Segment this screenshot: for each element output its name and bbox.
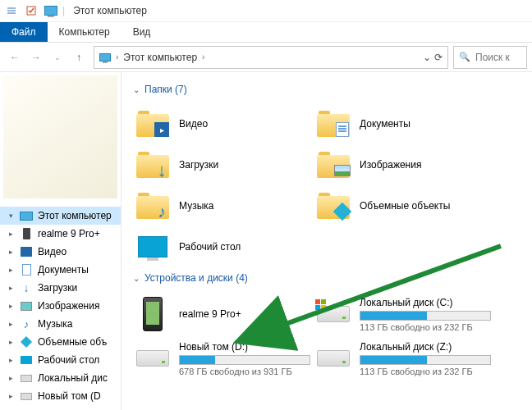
device-icon [315,296,351,332]
storage-bar [360,311,491,321]
nav-forward-button[interactable]: → [26,48,46,67]
sidebar-item-img[interactable]: ▸Изображения [0,297,121,315]
tree-toggle-icon[interactable]: ▸ [7,302,15,310]
nav-group: ← → ⌄ ↑ [5,48,89,67]
folder-icon [315,188,351,224]
folder-item[interactable]: ▸Видео [133,103,314,144]
device-label: Локальный диск (C:) [360,297,491,308]
chevron-down-icon: ⌄ [133,274,140,283]
window-title: Этот компьютер [73,5,147,16]
folder-item[interactable]: Объемные объекты [314,185,494,226]
section-devices-header[interactable]: ⌄ Устройства и диски (4) [133,272,529,284]
sidebar-item-desk[interactable]: ▸Рабочий стол [0,351,121,369]
tab-computer[interactable]: Компьютер [48,22,122,42]
device-meta: 113 ГБ свободно из 232 ГБ [360,367,491,376]
tree-toggle-icon[interactable]: ▸ [7,320,15,328]
tree-toggle-icon[interactable]: ▾ [7,212,15,220]
section-folders-header[interactable]: ⌄ Папки (7) [133,84,529,95]
sidebar-item-label: Изображения [38,300,99,312]
tree-toggle-icon[interactable]: ▸ [7,374,15,382]
sidebar-item-label: Музыка [38,318,72,330]
sidebar-item-drive[interactable]: ▸Локальный дис [0,369,121,387]
sidebar-item-drive[interactable]: ▸Новый том (D [0,387,121,405]
folder-label: Объемные объекты [360,200,450,212]
device-item[interactable]: Локальный диск (Z:)113 ГБ свободно из 23… [314,336,494,380]
tree-toggle-icon[interactable]: ▸ [7,230,15,238]
nav-history-icon[interactable]: ⌄ [48,48,67,67]
drive-icon [20,390,33,403]
sidebar-item-pc[interactable]: ▾Этот компьютер [0,207,121,225]
folder-label: Рабочий стол [179,241,241,253]
cube-icon [20,335,33,348]
properties-icon[interactable] [23,2,39,19]
nav-back-button[interactable]: ← [5,48,25,67]
computer-icon [43,2,59,19]
tree-toggle-icon[interactable]: ▸ [7,356,15,364]
device-label: Локальный диск (Z:) [360,341,491,353]
music-icon: ♪ [20,317,33,330]
search-icon: 🔍 [459,52,470,62]
device-item[interactable]: Новый том (D:)678 ГБ свободно из 931 ГБ [133,336,314,380]
addr-refresh-icon[interactable]: ⟳ [434,52,443,63]
folder-label: Загрузки [179,159,218,171]
quick-access-dropdown-icon[interactable] [3,2,20,19]
sidebar-item-music[interactable]: ▸♪Музыка [0,315,121,333]
chevron-icon[interactable]: › [202,52,204,61]
sidebar-item-phone[interactable]: ▸realme 9 Pro+ [0,225,121,243]
tab-view[interactable]: Вид [122,22,163,42]
desk-icon [20,353,33,367]
folder-label: Видео [179,118,208,130]
sidebar-item-doc[interactable]: ▸Документы [0,261,121,279]
tree-toggle-icon[interactable]: ▸ [7,248,15,256]
folder-item[interactable]: Изображения [314,144,494,185]
search-input[interactable]: 🔍 Поиск к [453,46,527,69]
sidebar-preview-pane [3,75,117,198]
chevron-icon[interactable]: › [116,52,118,61]
sidebar-item-label: Локальный дис [38,372,108,384]
sidebar-item-label: Загрузки [38,282,77,294]
device-label: Новый том (D:) [179,341,310,353]
folder-item[interactable]: Рабочий стол [133,226,314,267]
breadcrumb-root[interactable]: Этот компьютер [123,52,197,63]
sidebar-item-down[interactable]: ▸↓Загрузки [0,279,121,297]
device-item[interactable]: realme 9 Pro+ [133,292,314,336]
nav-up-button[interactable]: ↑ [69,48,89,67]
storage-bar [179,355,310,365]
tree-toggle-icon[interactable]: ▸ [7,338,15,346]
folder-label: Изображения [360,159,421,171]
sidebar-item-cube[interactable]: ▸Объемные объ [0,333,121,351]
addr-dropdown-icon[interactable]: ⌄ [423,52,431,63]
tree-toggle-icon[interactable]: ▸ [7,266,15,274]
tab-file[interactable]: Файл [0,22,48,42]
folder-item[interactable]: ↓Загрузки [133,144,314,185]
sidebar-item-label: Документы [38,264,89,276]
sidebar-item-label: Объемные объ [38,336,107,348]
video-icon [20,245,33,258]
folder-icon [315,106,351,142]
folder-icon: ♪ [135,188,171,224]
device-label: realme 9 Pro+ [179,308,241,320]
ribbon-tabs: Файл Компьютер Вид [0,22,532,43]
addr-computer-icon [99,53,111,61]
tree-toggle-icon[interactable]: ▸ [7,392,15,400]
tree-toggle-icon[interactable]: ▸ [7,284,15,292]
device-icon [135,340,171,376]
content-area: ⌄ Папки (7) ▸ВидеоДокументы↓ЗагрузкиИзоб… [122,72,532,410]
sidebar-item-label: Рабочий стол [38,354,99,366]
folder-icon [315,147,351,183]
device-icon [135,296,171,332]
folder-icon: ↓ [135,147,171,183]
folder-item[interactable]: ♪Музыка [133,185,314,226]
folder-label: Музыка [179,200,213,212]
sidebar: ▾Этот компьютер▸realme 9 Pro+▸Видео▸Доку… [0,72,122,410]
sidebar-item-label: Видео [38,246,66,257]
title-bar: | Этот компьютер [0,0,532,22]
device-item[interactable]: Локальный диск (C:)113 ГБ свободно из 23… [314,292,494,336]
folder-item[interactable]: Документы [314,103,494,144]
qa-separator: | [62,5,65,16]
sidebar-item-label: Этот компьютер [38,210,112,221]
sidebar-item-video[interactable]: ▸Видео [0,243,121,261]
folder-icon: ▸ [135,106,171,142]
storage-bar [360,355,491,365]
address-bar[interactable]: › Этот компьютер › ⌄ ⟳ [94,46,448,69]
